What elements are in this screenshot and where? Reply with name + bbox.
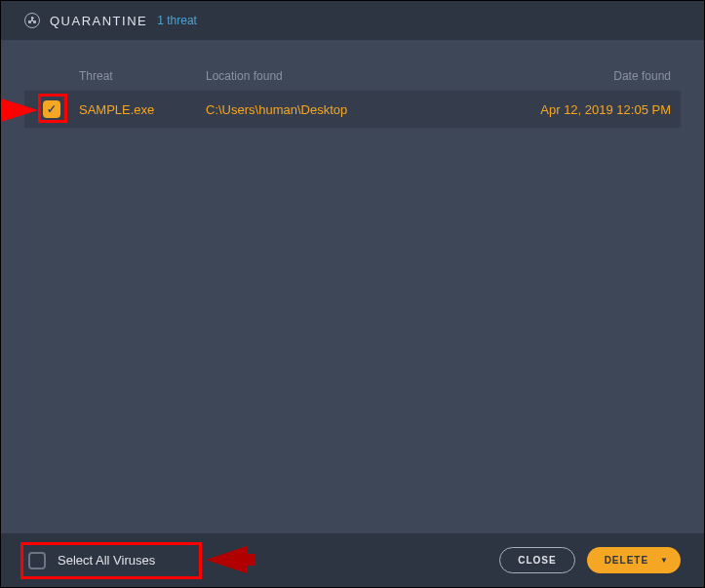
chevron-down-icon: ▼ <box>660 556 669 565</box>
window-title: QUARANTINE <box>50 14 147 28</box>
close-button[interactable]: CLOSE <box>499 547 574 573</box>
threat-date: Apr 12, 2019 12:05 PM <box>520 102 671 117</box>
delete-button[interactable]: DELETE ▼ <box>587 547 681 573</box>
column-header-date: Date found <box>520 69 671 83</box>
threat-count: 1 threat <box>157 14 197 27</box>
annotation-arrow-icon <box>1 98 38 122</box>
select-all-row[interactable]: Select All Viruses <box>24 548 171 573</box>
content-area: Threat Location found Date found ✓ SAMPL… <box>1 40 704 533</box>
column-header-threat: Threat <box>79 69 206 83</box>
column-header-location: Location found <box>206 69 520 83</box>
annotation-arrow-icon <box>206 546 247 573</box>
window-header: QUARANTINE 1 threat <box>1 1 704 40</box>
threat-name: SAMPLE.exe <box>79 102 206 117</box>
quarantine-window: QUARANTINE 1 threat Threat Location foun… <box>0 0 705 588</box>
threat-location: C:\Users\human\Desktop <box>206 102 520 117</box>
biohazard-icon <box>24 13 40 28</box>
delete-button-label: DELETE <box>605 555 648 566</box>
footer-buttons: CLOSE DELETE ▼ <box>499 547 681 573</box>
window-footer: Select All Viruses CLOSE DELETE ▼ <box>1 533 704 587</box>
select-all-checkbox[interactable] <box>28 552 46 569</box>
table-header: Threat Location found Date found <box>24 69 681 91</box>
table-row[interactable]: ✓ SAMPLE.exe C:\Users\human\Desktop Apr … <box>24 91 681 128</box>
select-all-label: Select All Viruses <box>58 553 155 568</box>
row-checkbox[interactable]: ✓ <box>43 100 60 118</box>
